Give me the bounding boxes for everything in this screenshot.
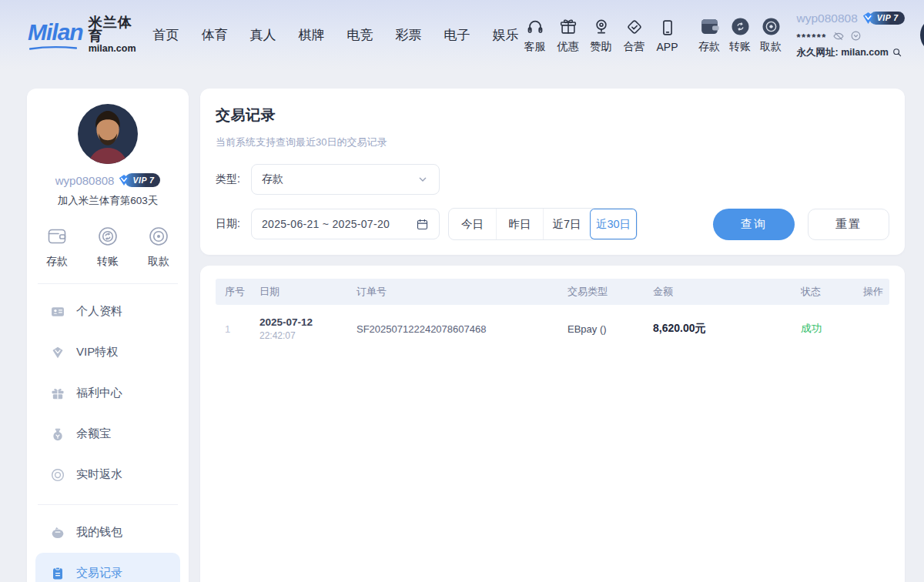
- col-seq: 序号: [216, 285, 254, 299]
- vip-gem-icon: [118, 174, 130, 186]
- sidebar-item-transaction-records[interactable]: 交易记录: [35, 553, 180, 582]
- page-subtitle: 当前系统支持查询最近30日的交易记录: [216, 135, 889, 149]
- withdraw-coin-icon: [761, 16, 782, 38]
- row-amount: 8,620.00元: [643, 322, 789, 336]
- col-amount: 金额: [643, 285, 789, 299]
- range-7days[interactable]: 近7日: [543, 209, 590, 239]
- col-date: 日期: [254, 285, 346, 299]
- col-action: 操作: [843, 285, 889, 299]
- sidebar-username: wyp080808: [55, 174, 115, 187]
- magnifier-icon[interactable]: [892, 47, 902, 58]
- nav-lottery[interactable]: 彩票: [396, 26, 422, 44]
- row-time: 22:42:07: [259, 330, 346, 341]
- service-item-promo[interactable]: 优惠: [552, 16, 584, 54]
- row-datetime: 2025-07-12 22:42:07: [254, 316, 346, 341]
- service-item-affiliate[interactable]: 合营: [618, 16, 651, 54]
- row-date: 2025-07-12: [259, 316, 346, 328]
- wallet-outline-icon: [45, 225, 69, 248]
- sidebar-item-my-wallet[interactable]: 我的钱包: [35, 512, 180, 553]
- table-row: 1 2025-07-12 22:42:07 SF2025071222420786…: [216, 305, 889, 353]
- sidebar-wallet-menu: 我的钱包 交易记录: [27, 505, 189, 582]
- withdraw-outline-icon: [147, 225, 170, 248]
- circle-chevron-icon[interactable]: [850, 30, 862, 42]
- range-today[interactable]: 今日: [449, 209, 496, 239]
- range-30days[interactable]: 近30日: [590, 209, 637, 239]
- transfer-outline-icon: [96, 225, 119, 248]
- date-range-presets: 今日 昨日 近7日 近30日: [448, 208, 638, 240]
- nav-cards[interactable]: 棋牌: [299, 26, 325, 44]
- row-type: EBpay (): [558, 323, 643, 335]
- service-item-sponsor[interactable]: 赞助: [585, 16, 618, 54]
- profile-avatar[interactable]: [78, 104, 138, 164]
- topbar: Milan 米兰体育 milan.com 首页 体育 真人 棋牌 电竞 彩票 电…: [0, 0, 924, 69]
- col-type: 交易类型: [558, 285, 643, 299]
- range-yesterday[interactable]: 昨日: [496, 209, 543, 239]
- permanent-url: 永久网址: milan.com: [797, 48, 889, 58]
- masked-balance: ******: [797, 29, 827, 42]
- main-nav: 首页 体育 真人 棋牌 电竞 彩票 电子 娱乐: [153, 26, 519, 44]
- sidebar-menu: 个人资料 VIP特权 福利中心: [27, 284, 189, 495]
- quick-deposit[interactable]: 存款: [45, 225, 69, 269]
- vip-badge: VIP 7: [862, 12, 905, 25]
- header-withdraw[interactable]: 取款: [756, 16, 786, 54]
- date-range-value: 2025-06-21 ~ 2025-07-20: [262, 218, 416, 230]
- vip-privilege-icon: [50, 345, 65, 360]
- date-label: 日期:: [216, 217, 251, 231]
- row-order-no: SF202507122242078607468: [346, 323, 558, 335]
- rebate-coin-icon: [50, 467, 65, 483]
- filter-card: 交易记录 当前系统支持查询最近30日的交易记录 类型: 存款 日期: 2025-…: [200, 89, 905, 255]
- nav-live[interactable]: 真人: [250, 26, 276, 44]
- date-range-input[interactable]: 2025-06-21 ~ 2025-07-20: [251, 209, 440, 239]
- transaction-records-page: { "header": { "logo": { "script": "Milan…: [0, 0, 924, 582]
- headset-icon: [525, 16, 545, 38]
- row-status-badge: 成功: [789, 322, 843, 336]
- row-seq: 1: [216, 323, 254, 335]
- id-card-icon: [50, 304, 65, 319]
- quick-withdraw[interactable]: 取款: [147, 225, 170, 269]
- user-block: wyp080808 VIP 7 ******: [797, 12, 912, 58]
- nav-sports[interactable]: 体育: [202, 26, 228, 44]
- records-table-card: 序号 日期 订单号 交易类型 金额 状态 操作 1 2025-07-12 22:…: [200, 266, 905, 582]
- benefits-gift-icon: [50, 386, 65, 401]
- user-avatar[interactable]: [920, 17, 924, 53]
- sidebar-item-rebate[interactable]: 实时返水: [35, 454, 180, 495]
- calendar-icon: [416, 218, 429, 231]
- nav-home[interactable]: 首页: [153, 26, 179, 44]
- nav-entertainment[interactable]: 娱乐: [493, 26, 519, 44]
- gift-icon: [558, 16, 578, 38]
- username: wyp080808: [797, 12, 858, 25]
- sidebar-item-yuebao[interactable]: 余额宝: [35, 413, 180, 454]
- sidebar-item-vip[interactable]: VIP特权: [35, 332, 180, 373]
- transfer-circle-icon: [730, 16, 751, 38]
- col-order: 订单号: [346, 285, 558, 299]
- money-pot-icon: [50, 426, 65, 442]
- site-logo[interactable]: Milan 米兰体育 milan.com: [28, 15, 136, 55]
- page-title: 交易记录: [216, 105, 889, 125]
- logo-swash: [29, 45, 77, 50]
- header-transfer[interactable]: 转账: [725, 16, 755, 54]
- logo-cn: 米兰体育: [89, 15, 136, 45]
- logo-script-text: Milan: [28, 19, 83, 50]
- type-select[interactable]: 存款: [251, 164, 440, 195]
- reset-button[interactable]: 重置: [808, 209, 889, 240]
- piggy-bank-icon: [50, 525, 65, 540]
- quick-transfer[interactable]: 转账: [96, 225, 119, 269]
- vip-gem-icon: [862, 12, 875, 25]
- type-select-value: 存款: [262, 172, 417, 186]
- nav-slots[interactable]: 电子: [444, 26, 470, 44]
- nav-esports[interactable]: 电竞: [347, 26, 373, 44]
- sidebar-item-profile[interactable]: 个人资料: [35, 291, 180, 332]
- type-label: 类型:: [216, 172, 251, 186]
- records-clipboard-icon: [50, 566, 65, 581]
- search-button[interactable]: 查询: [713, 209, 795, 240]
- service-item-app[interactable]: APP: [651, 17, 684, 53]
- phone-icon: [658, 17, 678, 38]
- sidebar-item-benefits[interactable]: 福利中心: [35, 373, 180, 413]
- service-item-support[interactable]: 客服: [519, 16, 551, 54]
- table-header: 序号 日期 订单号 交易类型 金额 状态 操作: [216, 279, 889, 305]
- handshake-icon: [624, 16, 644, 38]
- header-deposit[interactable]: 存款: [695, 16, 725, 54]
- sponsor-trophy-icon: [591, 16, 611, 38]
- eye-off-icon[interactable]: [832, 30, 845, 42]
- chevron-down-icon: [417, 173, 429, 186]
